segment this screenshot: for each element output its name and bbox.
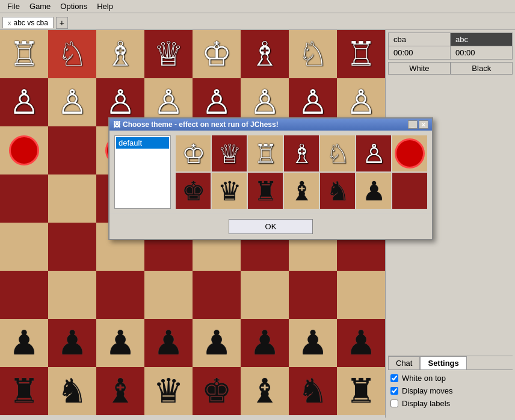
dialog-titlebar: 🖼 Choose theme - effect on next run of J… bbox=[109, 119, 432, 131]
piece-white-rook: ♖ bbox=[248, 135, 283, 171]
piece-white-knight: ♘ bbox=[320, 135, 355, 171]
piece-white-king: ♔ bbox=[176, 135, 211, 171]
dialog-titlebar-left: 🖼 Choose theme - effect on next run of J… bbox=[113, 120, 279, 129]
piece-black-king: ♚ bbox=[176, 173, 211, 209]
dialog-footer: OK bbox=[109, 214, 432, 239]
theme-dialog: 🖼 Choose theme - effect on next run of J… bbox=[108, 117, 433, 240]
dialog-icon: 🖼 bbox=[113, 120, 120, 129]
dialog-close-button[interactable]: × bbox=[419, 120, 428, 129]
piece-white-queen: ♕ bbox=[212, 135, 247, 171]
dialog-title: Choose theme - effect on next run of JCh… bbox=[123, 120, 279, 129]
piece-white-bishop: ♗ bbox=[284, 135, 319, 171]
piece-black-bishop: ♝ bbox=[284, 173, 319, 209]
piece-black-knight: ♞ bbox=[320, 173, 355, 209]
piece-black-rook: ♜ bbox=[248, 173, 283, 209]
dialog-minimize-button[interactable]: _ bbox=[408, 120, 418, 129]
piece-red-circle-dialog bbox=[392, 135, 427, 171]
piece-empty-dialog bbox=[392, 173, 427, 209]
piece-white-pawn: ♙ bbox=[356, 135, 391, 171]
pieces-grid: ♔ ♕ ♖ ♗ ♘ ♙ ♚ ♛ ♜ ♝ ♞ ♟ bbox=[176, 135, 427, 209]
dialog-body: default ♔ ♕ ♖ ♗ ♘ ♙ ♚ ♛ ♜ ♝ ♞ ♟ bbox=[109, 131, 432, 214]
theme-list[interactable]: default bbox=[114, 135, 171, 209]
piece-black-pawn: ♟ bbox=[356, 173, 391, 209]
theme-item-default[interactable]: default bbox=[116, 137, 169, 149]
piece-black-queen: ♛ bbox=[212, 173, 247, 209]
dialog-overlay: 🖼 Choose theme - effect on next run of J… bbox=[0, 0, 515, 420]
dialog-titlebar-icons: _ × bbox=[408, 120, 428, 129]
ok-button[interactable]: OK bbox=[229, 219, 313, 234]
